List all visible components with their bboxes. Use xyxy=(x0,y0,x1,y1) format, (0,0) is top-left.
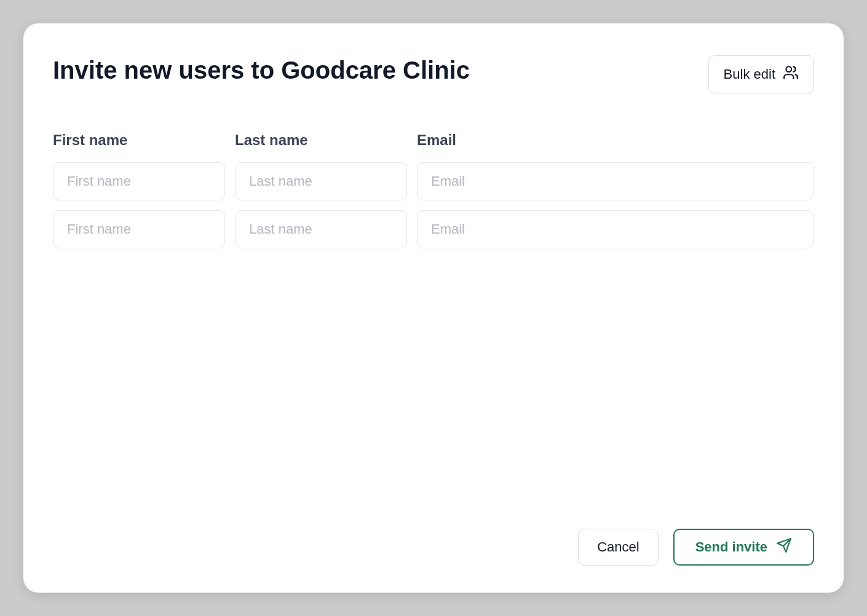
send-invite-label: Send invite xyxy=(695,539,767,555)
last-name-input[interactable] xyxy=(235,162,407,200)
bulk-edit-button[interactable]: Bulk edit xyxy=(708,55,814,93)
bulk-edit-label: Bulk edit xyxy=(724,66,775,82)
first-name-input[interactable] xyxy=(53,210,225,248)
page-background: Invite new users to Goodcare Clinic Bulk… xyxy=(0,0,867,616)
email-input[interactable] xyxy=(417,162,814,200)
dialog-footer: Cancel Send invite xyxy=(53,529,814,566)
first-name-input[interactable] xyxy=(53,162,225,200)
last-name-header: Last name xyxy=(235,132,407,149)
send-icon xyxy=(776,537,792,557)
invite-users-dialog: Invite new users to Goodcare Clinic Bulk… xyxy=(23,23,844,593)
column-headers: First name Last name Email xyxy=(53,132,814,162)
first-name-header: First name xyxy=(53,132,225,149)
email-input[interactable] xyxy=(417,210,814,248)
email-header: Email xyxy=(417,132,814,149)
cancel-button[interactable]: Cancel xyxy=(578,529,658,566)
svg-point-0 xyxy=(786,66,791,72)
dialog-header: Invite new users to Goodcare Clinic Bulk… xyxy=(53,55,814,93)
users-icon xyxy=(783,65,799,84)
dialog-title: Invite new users to Goodcare Clinic xyxy=(53,55,470,85)
invite-row xyxy=(53,162,814,200)
invite-row xyxy=(53,210,814,248)
invite-form: First name Last name Email xyxy=(53,132,814,258)
cancel-label: Cancel xyxy=(597,539,639,555)
send-invite-button[interactable]: Send invite xyxy=(673,529,814,566)
last-name-input[interactable] xyxy=(235,210,407,248)
